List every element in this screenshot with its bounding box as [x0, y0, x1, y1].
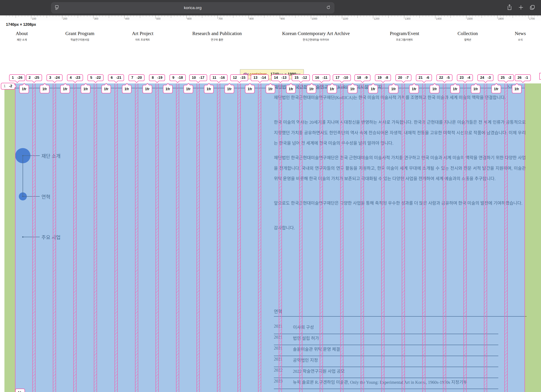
about-paragraph-3: 재단법인 한국근현대미술연구재단은 한국 근현대미술의 미술사적 가치를 연구하…	[274, 153, 526, 184]
grid-column-line-label: 16-11	[312, 74, 330, 81]
nav-item-grant-program[interactable]: Grant Program학술연구지원사업	[65, 31, 94, 41]
nav-label-en[interactable]: Grant Program	[65, 31, 94, 36]
nav-label-en[interactable]: Research and Publication	[192, 31, 242, 36]
nav-label-ko[interactable]: 컬렉션	[458, 38, 478, 41]
nav-label-en[interactable]: About	[16, 31, 28, 36]
ruler-tick	[218, 15, 218, 19]
ruler-tick-label: 1400	[436, 17, 442, 20]
history-desc: 뉴욕 솔로몬 R.구겐하임 미술관, Only the Young: Exper…	[293, 379, 467, 385]
ruler-tick	[435, 15, 435, 19]
grid-track-size-label: 1fr	[286, 85, 296, 93]
nav-label-en[interactable]: Collection	[458, 31, 478, 36]
grid-column-line-label: 14-13	[271, 74, 289, 81]
plus-icon[interactable]	[518, 5, 524, 11]
grid-column-line-label: 19-8	[375, 74, 391, 81]
about-paragraph-5: 감사합니다.	[274, 223, 526, 233]
grid-column-line-label: 7-20	[129, 74, 145, 81]
history-row-divider	[274, 356, 498, 356]
grid-track-size-label: 1fr	[450, 85, 460, 93]
ruler-tick-label: 1600	[498, 17, 504, 20]
grid-track-size-label: 1fr	[163, 85, 173, 93]
history-desc: 공익법인 지정	[293, 357, 318, 363]
grid-column-line-label: 21-6	[416, 74, 432, 81]
about-paragraph-2: 한국 미술의 역사는 20세기를 지나며 시대정신을 반영하는 서사로 가득합니…	[274, 117, 526, 149]
ruler-tick	[466, 15, 466, 19]
about-paragraph-4: 앞으로도 한국근현대미술연구재단은 다양한 사업을 통해 축적된 우수한 성과를…	[274, 198, 526, 209]
ruler-tick	[155, 15, 156, 19]
ruler-tick	[280, 15, 280, 19]
browser-toolbar: korica.org	[0, 0, 541, 15]
nav-item-art-project[interactable]: Art Project아트 프로젝트	[132, 31, 153, 41]
nav-item-korean-contemporary-art-archive[interactable]: Korean Contemporary Art Archive한국근현대미술 아…	[282, 31, 350, 41]
ruler-tick	[528, 15, 529, 19]
nav-item-collection[interactable]: Collection컬렉션	[458, 31, 478, 41]
grid-column-line-label: 15-12	[292, 74, 310, 81]
ruler-tick-label: 300	[94, 17, 98, 20]
grid-column-line-label: 25-2	[498, 74, 514, 81]
nav-item-news[interactable]: News소식	[515, 31, 526, 41]
grid-track-size-label: 1fr	[327, 85, 337, 93]
nav-label-en[interactable]: News	[515, 31, 526, 36]
url-text[interactable]: korica.org	[184, 5, 201, 10]
history-heading: 연혁	[274, 308, 282, 314]
nav-label-ko[interactable]: 아트 프로젝트	[132, 38, 153, 41]
history-row-divider	[274, 334, 498, 334]
ruler-tick-label: 400	[125, 17, 129, 20]
grid-column-line-label: 13-14	[251, 74, 269, 81]
history-desc: 솔올미술관 위탁 운영 체결	[293, 346, 340, 352]
nav-item-program-event[interactable]: Program/Event프로그램/이벤트	[390, 31, 419, 41]
ruler-tick-label: 200	[63, 17, 67, 20]
nav-item-research-and-publication[interactable]: Research and Publication연구와 출판	[192, 31, 242, 41]
nav-item-about[interactable]: About재단 소개	[16, 31, 28, 41]
reload-icon[interactable]	[326, 5, 331, 10]
grid-track-size-label: 1fr	[409, 85, 419, 93]
ruler-tick	[31, 15, 31, 19]
ruler-tick	[311, 15, 311, 19]
grid-column-line-label: 10-17	[189, 74, 207, 81]
side-nav-label[interactable]: 재단 소개	[42, 152, 60, 159]
nav-label-ko[interactable]: 프로그램/이벤트	[390, 38, 419, 41]
grid-column-line-label: 17-10	[333, 74, 351, 81]
grid-track-size-label: 1fr	[512, 85, 521, 93]
ruler-tick-label: 600	[187, 17, 192, 20]
ruler-tick	[342, 15, 342, 19]
tabs-icon[interactable]	[529, 5, 535, 11]
nav-label-en[interactable]: Program/Event	[390, 31, 419, 36]
grid-track-size-label: 1fr	[101, 85, 111, 93]
nav-label-ko[interactable]: 한국근현대미술 아카이브	[282, 38, 350, 41]
grid-track-size-label: 1fr	[245, 85, 255, 93]
horizontal-ruler: 1002003004005006007008009001000110012001…	[0, 15, 541, 21]
ruler-tick-label: 1500	[467, 17, 473, 20]
history-row-divider	[274, 367, 498, 367]
nav-label-ko[interactable]: 학술연구지원사업	[65, 38, 94, 41]
history-year: 2021	[274, 346, 282, 351]
ruler-tick	[249, 15, 249, 19]
nav-label-ko[interactable]: 연구와 출판	[192, 38, 242, 41]
grid-track-size-label: 1fr	[142, 85, 152, 93]
grid-track-size-label: 1fr	[60, 85, 70, 93]
address-bar[interactable]: korica.org	[51, 2, 334, 13]
grid-column-line-label: 22-5	[436, 74, 453, 81]
history-desc: 2022 학술연구지원 사업 공모	[293, 368, 345, 374]
ruler-tick	[62, 15, 62, 19]
side-nav-label[interactable]: 연혁	[42, 193, 50, 200]
ruler-tick-label: 100	[32, 17, 36, 20]
side-nav-label[interactable]: 주요 사업	[42, 233, 60, 241]
reader-icon[interactable]	[54, 5, 59, 11]
ruler-tick	[186, 15, 187, 19]
nav-label-ko[interactable]: 재단 소개	[16, 38, 28, 41]
history-heading-rule	[274, 316, 527, 317]
nav-label-en[interactable]: Art Project	[132, 31, 153, 36]
history-year: 2021	[274, 335, 282, 340]
ruler-tick-label: 1200	[374, 17, 380, 20]
grid-column-line-label: 5-22	[88, 74, 104, 81]
grid-track-size-label: 1fr	[224, 85, 234, 93]
grid-column-line-label: 2-25	[26, 74, 42, 81]
history-year: 2021	[274, 357, 282, 361]
history-year: 2021	[274, 324, 282, 329]
share-icon[interactable]	[507, 4, 512, 11]
grid-track-size-label: 1fr	[266, 85, 275, 93]
grid-column-line-label: 26-1	[515, 74, 531, 81]
nav-label-en[interactable]: Korean Contemporary Art Archive	[282, 31, 350, 36]
nav-label-ko[interactable]: 소식	[515, 38, 526, 41]
